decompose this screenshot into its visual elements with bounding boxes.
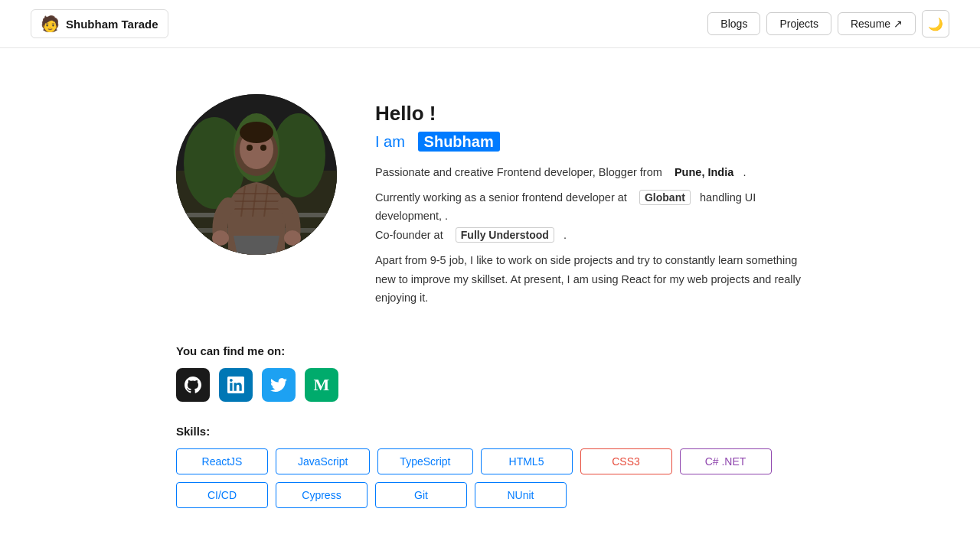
skill-badge: HTML5 <box>481 448 573 474</box>
svg-point-9 <box>212 230 229 246</box>
svg-point-10 <box>284 230 301 246</box>
moon-icon: 🌙 <box>928 17 943 31</box>
profile-image-wrap <box>176 94 337 255</box>
social-icons-row: M <box>176 368 804 402</box>
profile-image <box>176 94 337 255</box>
profile-section: Hello ! I am Shubham Passionate and crea… <box>176 94 804 314</box>
skill-badge: Git <box>375 482 467 508</box>
brand-logo[interactable]: 🧑 Shubham Tarade <box>31 9 168 38</box>
bio-line-4: Apart from 9-5 job, I like to work on si… <box>375 251 804 308</box>
skill-badge: CSS3 <box>580 448 672 474</box>
svg-point-12 <box>247 145 253 151</box>
svg-point-13 <box>260 145 266 151</box>
medium-icon: M <box>314 375 330 395</box>
blogs-button[interactable]: Blogs <box>707 12 760 35</box>
skill-badge: ReactJS <box>176 448 268 474</box>
medium-link[interactable]: M <box>305 368 338 402</box>
social-section: You can find me on: M <box>176 344 804 402</box>
svg-point-11 <box>240 122 273 143</box>
iam-prefix: I am <box>375 133 405 150</box>
skill-badge: C# .NET <box>680 448 772 474</box>
brand-avatar: 🧑 <box>41 15 60 33</box>
twitter-link[interactable] <box>262 368 296 402</box>
projects-button[interactable]: Projects <box>766 12 831 35</box>
resume-button[interactable]: Resume ↗ <box>838 12 916 35</box>
location-highlight: Pune, India <box>675 166 733 178</box>
skills-label: Skills: <box>176 425 804 438</box>
skill-badge: Cypress <box>276 482 368 508</box>
social-label: You can find me on: <box>176 344 804 357</box>
company-highlight: Globant <box>639 190 691 205</box>
dark-mode-toggle[interactable]: 🌙 <box>922 10 949 37</box>
skills-section: Skills: ReactJSJavaScriptTypeScriptHTML5… <box>176 425 804 508</box>
bio-line-2: Currently working as a senior frontend d… <box>375 188 804 245</box>
skill-badge: JavaScript <box>276 448 370 474</box>
twitter-icon <box>270 377 287 393</box>
svg-point-3 <box>272 113 325 197</box>
hello-heading: Hello ! <box>375 102 804 126</box>
name-highlight: Shubham <box>418 132 500 152</box>
navbar: 🧑 Shubham Tarade Blogs Projects Resume ↗… <box>0 0 980 48</box>
skill-badge: CI/CD <box>176 482 268 508</box>
github-link[interactable] <box>176 368 210 402</box>
linkedin-icon <box>227 377 244 393</box>
github-icon <box>185 377 201 393</box>
linkedin-link[interactable] <box>219 368 253 402</box>
bio-line-1: Passionate and creative Frontend develop… <box>375 163 804 182</box>
nav-links: Blogs Projects Resume ↗ 🌙 <box>707 10 949 37</box>
skills-grid: ReactJSJavaScriptTypeScriptHTML5CSS3C# .… <box>176 448 804 508</box>
profile-avatar-svg <box>176 94 337 255</box>
skill-badge: TypeScript <box>377 448 472 474</box>
brand-name: Shubham Tarade <box>66 18 158 31</box>
skill-badge: NUnit <box>475 482 567 508</box>
profile-info: Hello ! I am Shubham Passionate and crea… <box>375 94 804 314</box>
iam-line: I am Shubham <box>375 133 804 151</box>
cofound-highlight: Fully Understood <box>456 227 554 243</box>
main-content: Hello ! I am Shubham Passionate and crea… <box>145 48 835 539</box>
